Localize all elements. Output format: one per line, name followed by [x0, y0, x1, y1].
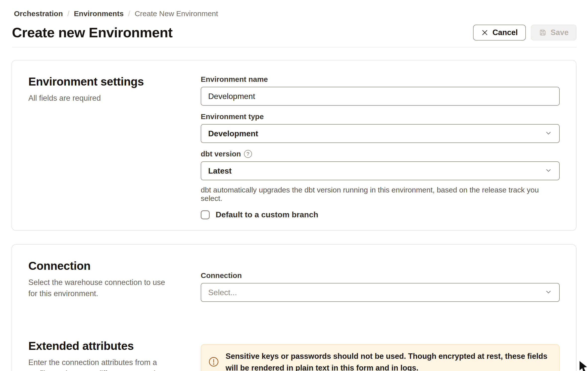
breadcrumb-create-new-environment: Create New Environment [135, 9, 218, 18]
connection-section: Connection Select the warehouse connecti… [28, 259, 560, 302]
environment-settings-card: Environment settings All fields are requ… [11, 60, 577, 231]
connection-description: Select the warehouse connection to use f… [28, 277, 173, 299]
environment-settings-subheading: All fields are required [28, 93, 173, 104]
page-header: Orchestration / Environments / Create Ne… [0, 0, 588, 47]
custom-branch-row: Default to a custom branch [201, 210, 560, 219]
dbt-version-select[interactable]: Latest [201, 161, 560, 180]
environment-name-label: Environment name [201, 75, 560, 84]
sensitive-keys-warning: Sensitive keys or passwords should not b… [201, 344, 560, 371]
chevron-down-icon [545, 167, 552, 175]
warning-text: Sensitive keys or passwords should not b… [226, 351, 551, 371]
warning-icon [208, 356, 219, 368]
save-button[interactable]: Save [531, 25, 577, 41]
extended-attributes-intro: Extended attributes Enter the connection… [28, 339, 201, 371]
dbt-version-group: dbt version ? Latest dbt automatically u… [201, 149, 560, 203]
connection-card: Connection Select the warehouse connecti… [11, 244, 577, 371]
environment-name-input[interactable] [201, 87, 560, 106]
dbt-version-hint: dbt automatically upgrades the dbt versi… [201, 186, 560, 203]
connection-select-placeholder: Select... [208, 288, 237, 297]
custom-branch-checkbox[interactable] [201, 210, 210, 219]
breadcrumb-orchestration[interactable]: Orchestration [14, 9, 63, 18]
breadcrumb-environments[interactable]: Environments [74, 9, 124, 18]
connection-heading: Connection [28, 259, 201, 273]
environment-type-select[interactable]: Development [201, 124, 560, 143]
page-content: Environment settings All fields are requ… [0, 60, 588, 371]
environment-settings-heading: Environment settings [28, 75, 201, 88]
save-icon [539, 29, 547, 37]
header-divider [12, 47, 577, 47]
extended-attributes-description: Enter the connection attributes from a p… [28, 357, 173, 371]
mouse-cursor [580, 361, 588, 371]
environment-type-label: Environment type [201, 112, 560, 121]
extended-attributes-section: Extended attributes Enter the connection… [28, 339, 560, 371]
dbt-version-value: Latest [208, 166, 232, 176]
dbt-version-label-row: dbt version ? [201, 149, 560, 158]
connection-select[interactable]: Select... [201, 283, 560, 302]
environment-settings-intro: Environment settings All fields are requ… [28, 75, 201, 219]
header-actions: Cancel Save [473, 25, 577, 41]
chevron-down-icon [545, 129, 552, 138]
breadcrumb-separator: / [67, 9, 69, 18]
environment-settings-form: Environment name Environment type Develo… [201, 75, 560, 219]
dbt-version-label: dbt version [201, 150, 241, 158]
close-icon [481, 29, 489, 36]
page-title: Create new Environment [12, 24, 173, 41]
connection-field-group: Connection Select... [201, 259, 560, 302]
extended-attributes-heading: Extended attributes [28, 339, 201, 353]
custom-branch-label[interactable]: Default to a custom branch [216, 210, 318, 219]
environment-type-group: Environment type Development [201, 112, 560, 143]
connection-form: Connection Select... [201, 259, 560, 302]
breadcrumb-separator: / [128, 9, 130, 18]
cancel-button[interactable]: Cancel [473, 25, 526, 41]
help-icon[interactable]: ? [244, 150, 252, 158]
connection-intro: Connection Select the warehouse connecti… [28, 259, 201, 302]
environment-type-value: Development [208, 129, 258, 138]
chevron-down-icon [545, 288, 552, 297]
environment-name-group: Environment name [201, 75, 560, 106]
breadcrumb: Orchestration / Environments / Create Ne… [14, 9, 577, 18]
save-button-label: Save [551, 28, 569, 37]
extended-attributes-form: Sensitive keys or passwords should not b… [201, 339, 560, 371]
cancel-button-label: Cancel [492, 28, 518, 37]
connection-field-label: Connection [201, 271, 560, 280]
